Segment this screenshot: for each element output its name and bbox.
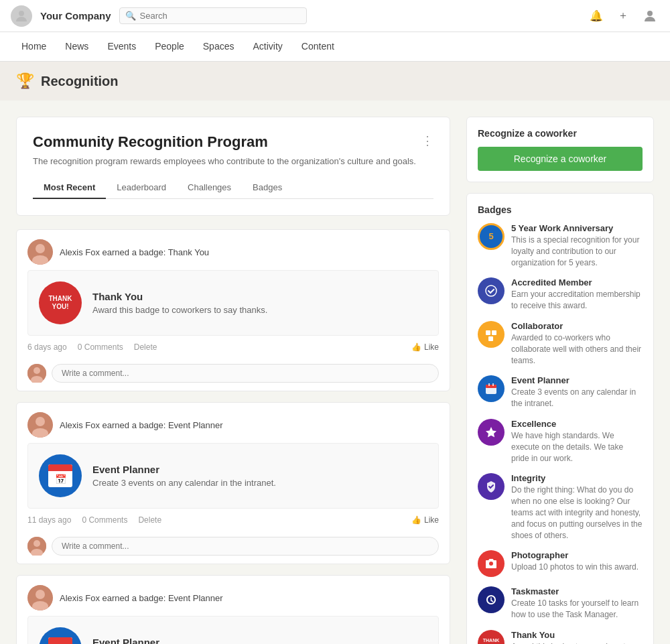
nav-spaces[interactable]: Spaces xyxy=(195,32,243,62)
badge-info: Event Planner Create 3 events on any cal… xyxy=(92,637,276,644)
svg-rect-21 xyxy=(486,330,490,335)
badge-list-text: Thank You Award this badge to coworkers … xyxy=(511,630,643,644)
badge-accredited-icon xyxy=(478,277,505,304)
badge-event-planner-icon xyxy=(478,375,505,402)
badge-list-name: Taskmaster xyxy=(511,586,643,596)
recognize-coworker-button[interactable]: Recognize a coworker xyxy=(478,147,643,171)
feed-footer: 6 days ago 0 Comments Delete 👍 Like xyxy=(17,336,450,359)
list-item: Event Planner Create 3 events on any cal… xyxy=(478,375,643,409)
badge-list-text: Taskmaster Create 10 tasks for yourself … xyxy=(511,586,643,621)
feed-user-text: Alexis Fox earned a badge: Event Planner xyxy=(60,593,223,603)
badges-section: Badges 5 5 Year Work Anniversary This is… xyxy=(466,193,654,644)
list-item: Photographer Upload 10 photos to win thi… xyxy=(478,550,643,577)
program-title: Community Recognition Program xyxy=(33,133,416,151)
feed-user-text: Alexis Fox earned a badge: Event Planner xyxy=(60,420,223,430)
badge-list-name: Integrity xyxy=(511,473,643,483)
search-input[interactable] xyxy=(140,11,301,21)
svg-point-15 xyxy=(36,590,45,599)
badge-list-text: Excellence We have high standards. We ex… xyxy=(511,419,643,464)
comment-input[interactable] xyxy=(52,364,439,383)
badge-integrity-icon xyxy=(478,473,505,500)
topbar-actions: 🔔 ＋ xyxy=(587,7,659,25)
tab-challenges[interactable]: Challenges xyxy=(177,177,242,199)
thank-you-badge-icon: THANKYOU! xyxy=(39,281,82,324)
feed-header: Alexis Fox earned a badge: Event Planner xyxy=(17,576,450,616)
list-item: Excellence We have high standards. We ex… xyxy=(478,419,643,464)
like-label: Like xyxy=(424,342,439,352)
badge-list-name: 5 Year Work Anniversary xyxy=(511,223,643,233)
like-thumb-icon: 👍 xyxy=(411,342,421,352)
company-name[interactable]: Your Company xyxy=(40,10,111,21)
tab-badges[interactable]: Badges xyxy=(242,177,293,199)
badge-5year-icon: 5 xyxy=(478,223,505,250)
svg-point-3 xyxy=(36,244,45,253)
comment-section xyxy=(17,359,450,391)
badge-collaborator-icon xyxy=(478,321,505,348)
badge-description: Award this badge to coworkers to say tha… xyxy=(92,305,267,315)
right-column: Recognize a coworker Recognize a coworke… xyxy=(466,117,654,644)
badge-thankyou-icon: THANKYOU! xyxy=(478,630,505,644)
nav-activity[interactable]: Activity xyxy=(245,32,290,62)
comments-count[interactable]: 0 Comments xyxy=(78,342,123,352)
more-options-icon[interactable]: ⋮ xyxy=(421,133,433,148)
navbar: Home News Events People Spaces Activity … xyxy=(0,32,670,62)
badge-list-desc: Awarded to co-workers who collaborate we… xyxy=(511,332,643,366)
badge-list-name: Event Planner xyxy=(511,375,643,385)
list-item: Taskmaster Create 10 tasks for yourself … xyxy=(478,586,643,621)
program-description: The recognition program rewards employee… xyxy=(33,156,416,166)
badge-list-text: Integrity Do the right thing: What do yo… xyxy=(511,473,643,541)
comment-input[interactable] xyxy=(52,537,439,556)
badge-list-text: Photographer Upload 10 photos to win thi… xyxy=(511,550,639,573)
badge-list-desc: Award this badge to coworkers to say tha… xyxy=(511,641,643,644)
list-item: Collaborator Awarded to co-workers who c… xyxy=(478,321,643,366)
delete-link[interactable]: Delete xyxy=(138,515,161,525)
event-planner-badge-icon: 📅 xyxy=(39,454,82,497)
badge-photographer-icon xyxy=(478,550,505,577)
svg-point-9 xyxy=(36,417,45,426)
like-button[interactable]: 👍 Like xyxy=(411,515,439,525)
badge-list-desc: Do the right thing: What do you do when … xyxy=(511,485,643,541)
svg-rect-23 xyxy=(488,336,493,341)
avatar xyxy=(27,585,53,610)
recognize-title: Recognize a coworker xyxy=(478,128,643,139)
tab-most-recent[interactable]: Most Recent xyxy=(33,177,106,199)
badge-name: Event Planner xyxy=(92,637,276,644)
badges-title: Badges xyxy=(478,204,643,215)
like-button[interactable]: 👍 Like xyxy=(411,342,439,352)
svg-point-29 xyxy=(489,562,493,566)
badge-list-desc: This is a special recognition for your l… xyxy=(511,235,643,268)
page-header: 🏆 Recognition xyxy=(0,62,670,101)
nav-news[interactable]: News xyxy=(57,32,96,62)
avatar xyxy=(27,412,53,438)
commenter-avatar xyxy=(27,537,46,556)
feed-footer: 11 days ago 0 Comments Delete 👍 Like xyxy=(17,509,450,531)
list-item: 5 5 Year Work Anniversary This is a spec… xyxy=(478,223,643,268)
comment-section xyxy=(17,531,450,564)
badge-list-desc: Create 10 tasks for yourself to learn ho… xyxy=(511,598,643,621)
nav-people[interactable]: People xyxy=(147,32,192,62)
badge-description: Create 3 events on any calendar in the i… xyxy=(92,478,276,488)
delete-link[interactable]: Delete xyxy=(134,342,157,352)
comments-count[interactable]: 0 Comments xyxy=(82,515,127,525)
topbar: Your Company 🔍 🔔 ＋ xyxy=(0,0,670,32)
feed-user-text: Alexis Fox earned a badge: Thank You xyxy=(60,247,209,257)
badge-info: Thank You Award this badge to coworkers … xyxy=(92,291,267,315)
notification-bell-icon[interactable]: 🔔 xyxy=(587,7,606,25)
tab-leaderboard[interactable]: Leaderboard xyxy=(106,177,177,199)
search-bar[interactable]: 🔍 xyxy=(119,7,307,24)
list-item: Integrity Do the right thing: What do yo… xyxy=(478,473,643,541)
badge-list-desc: Earn your accreditation membership to re… xyxy=(511,289,643,312)
badge-list-name: Accredited Member xyxy=(511,277,643,287)
user-profile-icon[interactable] xyxy=(641,7,659,25)
badge-list-name: Collaborator xyxy=(511,321,643,331)
badge-list-name: Thank You xyxy=(511,630,643,640)
like-label: Like xyxy=(424,515,439,525)
badge-list-name: Photographer xyxy=(511,550,639,560)
badge-list-text: Event Planner Create 3 events on any cal… xyxy=(511,375,643,409)
nav-content[interactable]: Content xyxy=(293,32,342,62)
nav-home[interactable]: Home xyxy=(13,32,54,62)
nav-events[interactable]: Events xyxy=(99,32,144,62)
add-icon[interactable]: ＋ xyxy=(614,7,632,25)
feed-card: Alexis Fox earned a badge: Event Planner… xyxy=(16,575,450,644)
badge-list-desc: Upload 10 photos to win this award. xyxy=(511,562,639,573)
